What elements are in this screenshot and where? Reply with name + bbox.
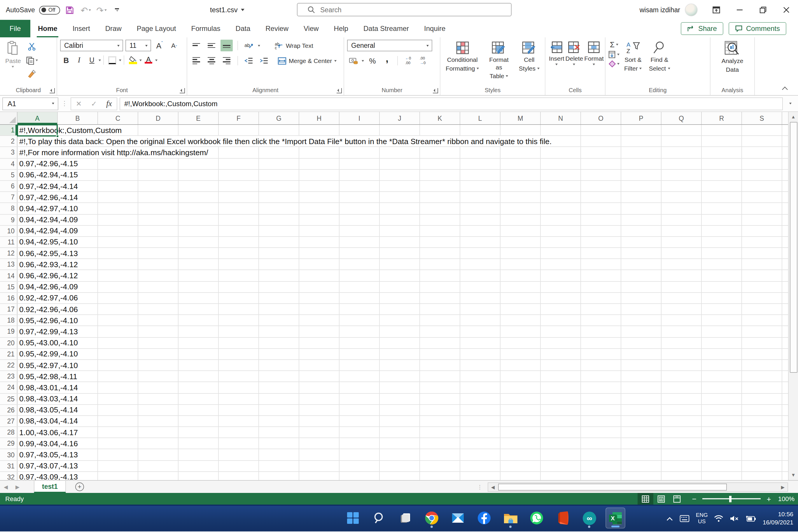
number-format-combo[interactable]: General — [347, 40, 432, 51]
autosum-button[interactable]: Σ — [608, 40, 620, 49]
middle-align-button[interactable] — [205, 40, 217, 51]
borders-button[interactable] — [106, 54, 118, 66]
grid-row[interactable]: 160.92,-42.97,-4.06 — [0, 293, 788, 304]
row-header-21[interactable]: 21 — [0, 349, 18, 359]
align-right-button[interactable] — [221, 55, 233, 66]
copy-button[interactable] — [26, 54, 38, 66]
enter-button[interactable]: ✓ — [86, 99, 101, 108]
column-header-G[interactable]: G — [259, 112, 299, 124]
grid-row[interactable]: 50.96,-42.94,-4.15 — [0, 170, 788, 181]
grid-row[interactable]: 170.92,-42.96,-4.06 — [0, 304, 788, 315]
column-header-H[interactable]: H — [299, 112, 340, 124]
delete-cells-button[interactable]: Delete — [565, 40, 584, 85]
column-header-A[interactable]: A — [18, 112, 58, 124]
row-header-26[interactable]: 26 — [0, 404, 18, 415]
taskbar-icon-facebook[interactable] — [474, 508, 494, 529]
grid-row[interactable]: 320.97,-43.09,-4.13 — [0, 472, 788, 480]
grid-row[interactable]: 260.98,-43.05,-4.14 — [0, 404, 788, 416]
battery-icon[interactable] — [746, 515, 756, 522]
row-cells[interactable]: #!,For more information visit http://aka… — [18, 147, 788, 158]
tab-page-layout[interactable]: Page Layout — [129, 20, 184, 37]
font-dialog-launcher[interactable] — [180, 88, 185, 93]
bold-button[interactable]: B — [60, 54, 72, 66]
row-cells[interactable]: 0.98,-43.03,-4.14 — [18, 394, 788, 404]
column-header-L[interactable]: L — [460, 112, 500, 124]
row-header-18[interactable]: 18 — [0, 315, 18, 325]
taskbar-icon-chrome[interactable] — [422, 508, 442, 529]
format-painter-button[interactable] — [26, 68, 38, 79]
italic-button[interactable]: I — [73, 54, 85, 66]
page-layout-view-button[interactable] — [653, 493, 669, 505]
grid-row[interactable]: 110.94,-42.95,-4.10 — [0, 237, 788, 248]
row-cells[interactable]: 0.94,-42.95,-4.10 — [18, 237, 788, 247]
taskbar-icon-excel[interactable]: X — [606, 508, 625, 529]
grid-row[interactable]: 130.96,-42.93,-4.12 — [0, 259, 788, 270]
formula-input[interactable]: #!,Workbook:,Custom,Custom — [119, 97, 783, 110]
page-break-preview-button[interactable] — [669, 493, 685, 505]
insert-function-button[interactable]: fx — [101, 99, 117, 108]
vertical-scrollbar[interactable]: ▲ ▼ — [788, 112, 798, 480]
font-color-button[interactable]: A — [142, 54, 155, 66]
format-cells-button[interactable]: Format — [584, 40, 604, 85]
wifi-icon[interactable] — [714, 515, 724, 522]
ribbon-display-options-button[interactable] — [705, 0, 728, 20]
row-header-3[interactable]: 3 — [0, 147, 18, 158]
scroll-right-button[interactable]: ▶ — [778, 483, 787, 491]
underline-button[interactable]: U — [86, 54, 98, 66]
grid-row[interactable]: 300.97,-43.05,-4.13 — [0, 450, 788, 460]
tab-review[interactable]: Review — [258, 20, 296, 37]
row-header-2[interactable]: 2 — [0, 136, 18, 147]
row-cells[interactable]: 0.92,-42.96,-4.06 — [18, 304, 788, 315]
row-header-11[interactable]: 11 — [0, 237, 18, 247]
grid-row[interactable]: 200.95,-43.00,-4.10 — [0, 338, 788, 348]
tab-home[interactable]: Home — [30, 20, 65, 37]
grid-row[interactable]: 220.95,-42.97,-4.10 — [0, 360, 788, 371]
taskbar-icon-mail[interactable] — [448, 508, 468, 529]
row-cells[interactable]: 0.97,-43.05,-4.13 — [18, 450, 788, 460]
next-sheet-button[interactable]: ▶ — [12, 481, 23, 493]
row-header-16[interactable]: 16 — [0, 293, 18, 303]
row-header-29[interactable]: 29 — [0, 438, 18, 449]
tab-draw[interactable]: Draw — [98, 20, 129, 37]
prev-sheet-button[interactable]: ◀ — [0, 481, 12, 493]
grid-row[interactable]: 120.96,-42.95,-4.13 — [0, 248, 788, 259]
grid-row[interactable]: 80.94,-42.97,-4.10 — [0, 203, 788, 214]
row-header-10[interactable]: 10 — [0, 226, 18, 236]
tab-inquire[interactable]: Inquire — [417, 20, 453, 37]
grid-row[interactable]: 281.00,-43.06,-4.17 — [0, 427, 788, 438]
zoom-out-button[interactable]: − — [691, 494, 698, 503]
scroll-left-button[interactable]: ◀ — [488, 483, 498, 491]
column-header-B[interactable]: B — [58, 112, 98, 124]
row-header-19[interactable]: 19 — [0, 326, 18, 337]
row-header-1[interactable]: 1 — [0, 125, 18, 135]
row-header-17[interactable]: 17 — [0, 304, 18, 315]
row-header-15[interactable]: 15 — [0, 282, 18, 292]
accounting-dropdown-icon[interactable] — [362, 60, 364, 61]
sheet-tab-test1[interactable]: test1 — [34, 481, 66, 493]
row-header-5[interactable]: 5 — [0, 170, 18, 180]
grid-row[interactable]: 230.95,-42.98,-4.11 — [0, 371, 788, 382]
column-header-P[interactable]: P — [621, 112, 662, 124]
grid-row[interactable]: 180.95,-42.96,-4.10 — [0, 315, 788, 326]
row-header-8[interactable]: 8 — [0, 203, 18, 214]
clock[interactable]: 10:56 16/09/2021 — [763, 511, 793, 527]
row-cells[interactable]: 0.97,-42.96,-4.14 — [18, 192, 788, 203]
row-cells[interactable]: 0.97,-42.96,-4.15 — [18, 158, 788, 169]
increase-indent-button[interactable] — [258, 55, 270, 66]
format-as-table-button[interactable]: Format as Table — [483, 40, 514, 85]
row-header-30[interactable]: 30 — [0, 450, 18, 460]
language-indicator[interactable]: ENG US — [696, 512, 708, 525]
row-header-28[interactable]: 28 — [0, 427, 18, 437]
comma-style-button[interactable]: , — [381, 55, 393, 66]
row-cells[interactable]: 0.98,-43.04,-4.14 — [18, 416, 788, 426]
grid-row[interactable]: 150.94,-42.96,-4.09 — [0, 282, 788, 292]
row-cells[interactable]: 0.94,-42.94,-4.09 — [18, 226, 788, 236]
customize-quick-access-button[interactable] — [111, 3, 123, 17]
show-hidden-icons-button[interactable] — [666, 516, 673, 521]
select-all-corner[interactable] — [0, 112, 18, 124]
row-cells[interactable]: 0.97,-43.09,-4.13 — [18, 472, 788, 480]
alignment-dialog-launcher[interactable] — [337, 88, 342, 93]
fill-color-dropdown-icon[interactable] — [139, 59, 142, 61]
autosave-toggle[interactable]: Off — [39, 5, 60, 14]
row-header-25[interactable]: 25 — [0, 394, 18, 404]
